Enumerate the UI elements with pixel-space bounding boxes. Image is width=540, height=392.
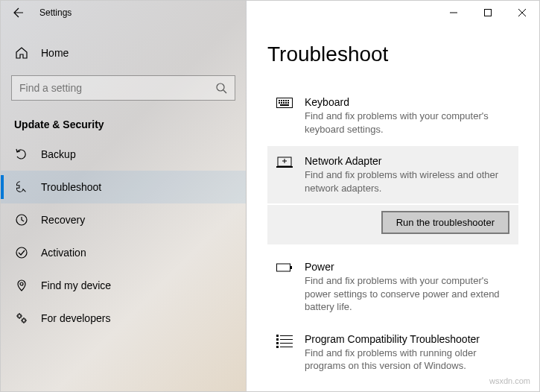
maximize-button[interactable] [471,1,505,25]
svg-rect-0 [485,10,492,16]
sidebar-item-backup[interactable]: Backup [1,138,246,171]
troubleshooter-desc: Find and fix problems with running older… [305,347,511,373]
arrow-left-icon [13,7,25,19]
troubleshooter-desc: Find and fix problems with wireless and … [305,168,511,195]
run-troubleshooter-button[interactable]: Run the troubleshooter [381,211,509,234]
svg-rect-24 [280,339,293,340]
find-device-icon [14,279,29,292]
minimize-icon [450,9,457,16]
troubleshooter-desc: Find and fix problems with your computer… [305,110,511,136]
troubleshooter-keyboard[interactable]: Keyboard Find and fix problems with your… [267,87,518,145]
sidebar-item-label: Recovery [41,214,85,226]
sidebar: Home Update & Security Backup Troublesho… [1,1,247,391]
troubleshoot-icon [14,180,29,194]
watermark: wsxdn.com [489,376,530,385]
window-title: Settings [36,7,72,18]
sidebar-item-developers[interactable]: For developers [1,302,246,335]
sidebar-section-header: Update & Security [1,113,246,138]
svg-rect-6 [279,100,280,101]
svg-rect-10 [288,100,289,101]
activation-icon [14,246,29,259]
svg-point-1 [217,83,224,91]
svg-rect-11 [279,102,280,104]
sidebar-item-recovery[interactable]: Recovery [1,203,246,236]
back-button[interactable] [1,1,36,25]
troubleshooter-network-adapter[interactable]: Network Adapter Find and fix problems wi… [267,146,518,203]
troubleshooter-desc: Find and fix problems with your computer… [305,274,511,314]
svg-rect-12 [281,102,282,104]
sidebar-item-label: Troubleshoot [41,181,101,193]
sidebar-item-troubleshoot[interactable]: Troubleshoot [1,171,246,203]
search-box[interactable] [11,75,235,101]
window-controls [436,1,539,25]
svg-rect-20 [290,266,292,269]
backup-icon [14,148,29,161]
close-icon [518,9,526,16]
sidebar-home-label: Home [41,47,69,59]
svg-rect-18 [276,166,293,168]
svg-rect-22 [280,335,293,336]
minimize-button[interactable] [436,1,471,25]
svg-rect-7 [281,100,282,101]
run-troubleshooter-row: Run the troubleshooter [267,205,518,244]
troubleshooter-name: Network Adapter [305,155,511,167]
settings-window: Settings Home Update & Sec [0,0,540,392]
close-button[interactable] [505,1,539,25]
svg-rect-16 [280,104,289,106]
troubleshooter-list: Keyboard Find and fix problems with your… [267,87,518,383]
main-panel: Troubleshoot Keyboard Find and fix probl… [247,1,539,391]
svg-rect-13 [283,102,285,104]
sidebar-home[interactable]: Home [1,37,246,69]
sidebar-item-activation[interactable]: Activation [1,236,246,269]
recovery-icon [14,213,29,227]
sidebar-item-label: For developers [41,312,110,324]
power-icon [275,261,294,314]
network-adapter-icon [275,155,294,195]
svg-rect-19 [277,264,290,271]
svg-rect-21 [276,335,279,337]
svg-rect-8 [283,100,285,101]
svg-rect-27 [276,346,279,348]
troubleshooter-name: Power [305,261,511,273]
svg-rect-26 [280,343,293,344]
titlebar: Settings [1,1,539,25]
troubleshooter-power[interactable]: Power Find and fix problems with your co… [267,252,518,323]
program-compat-icon [275,333,294,373]
svg-rect-28 [280,347,293,347]
search-icon [215,82,227,94]
search-input[interactable] [19,82,215,94]
troubleshooter-program-compat[interactable]: Program Compatibility Troubleshooter Fin… [267,324,518,382]
svg-rect-25 [276,342,279,344]
sidebar-item-label: Backup [41,148,76,160]
sidebar-item-label: Activation [41,247,86,259]
home-icon [14,46,29,60]
svg-rect-23 [276,338,279,341]
troubleshooter-name: Keyboard [305,96,511,108]
keyboard-icon [275,96,294,136]
page-title: Troubleshoot [267,42,518,66]
svg-point-3 [16,247,27,258]
svg-rect-14 [285,102,287,104]
svg-rect-15 [288,102,289,104]
svg-rect-9 [285,100,287,101]
developers-icon [14,312,29,325]
maximize-icon [484,9,492,16]
troubleshooter-name: Program Compatibility Troubleshooter [305,333,511,345]
svg-point-4 [20,282,23,285]
sidebar-item-label: Find my device [41,279,111,291]
sidebar-item-find-my-device[interactable]: Find my device [1,269,246,302]
